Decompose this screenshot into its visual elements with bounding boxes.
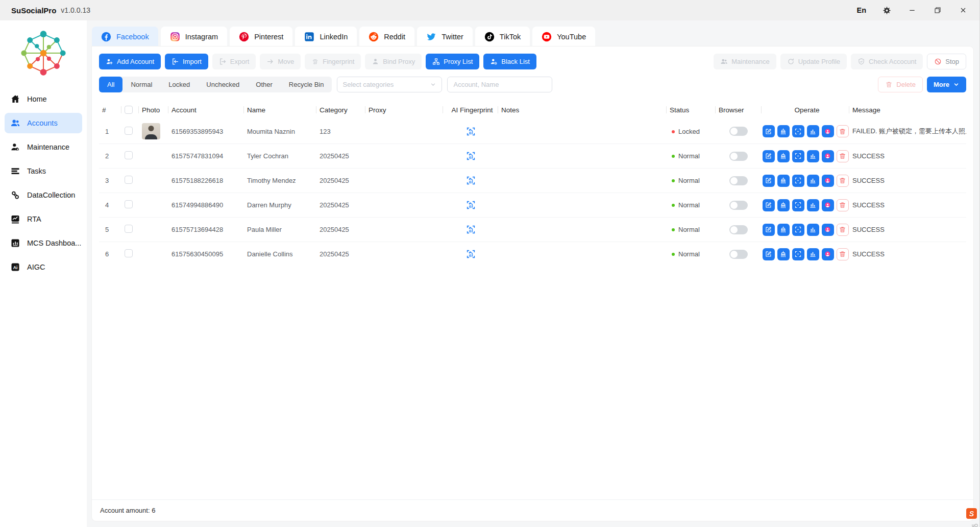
clean-icon[interactable] <box>777 150 790 162</box>
bind-proxy-button[interactable]: Bind Proxy <box>365 54 422 69</box>
face-scan-icon[interactable] <box>792 175 804 187</box>
minimize-button[interactable] <box>907 5 917 15</box>
tab-twitter[interactable]: Twitter <box>417 27 473 46</box>
delete-row-icon[interactable] <box>837 125 849 137</box>
row-checkbox[interactable] <box>125 127 133 135</box>
tab-youtube[interactable]: YouTube <box>532 27 595 46</box>
browser-profile-icon[interactable] <box>822 150 834 162</box>
delete-row-icon[interactable] <box>837 175 849 187</box>
browser-toggle[interactable] <box>729 152 748 161</box>
row-checkbox[interactable] <box>125 225 133 233</box>
sidebar-item-accounts[interactable]: Accounts <box>5 113 82 133</box>
edit-icon[interactable] <box>763 125 775 137</box>
sidebar-item-tasks[interactable]: Tasks <box>5 161 82 181</box>
ai-fingerprint-icon[interactable] <box>463 223 478 237</box>
sidebar-item-rta[interactable]: RTA <box>5 209 82 229</box>
row-checkbox[interactable] <box>125 176 133 184</box>
maximize-restore-button[interactable] <box>933 5 943 15</box>
import-button[interactable]: Import <box>165 54 208 69</box>
clean-icon[interactable] <box>777 125 790 137</box>
delete-row-icon[interactable] <box>837 150 849 162</box>
stop-button[interactable]: Stop <box>927 54 966 69</box>
chart-icon[interactable] <box>807 150 819 162</box>
chart-icon[interactable] <box>807 125 819 137</box>
edit-icon[interactable] <box>763 150 775 162</box>
clean-icon[interactable] <box>777 248 790 260</box>
language-toggle[interactable]: En <box>856 6 866 14</box>
row-checkbox[interactable] <box>125 249 133 257</box>
face-scan-icon[interactable] <box>792 248 804 260</box>
clean-icon[interactable] <box>777 199 790 211</box>
export-button[interactable]: Export <box>212 54 256 69</box>
ai-fingerprint-icon[interactable] <box>463 174 478 188</box>
sidebar-item-home[interactable]: Home <box>5 89 82 109</box>
ai-fingerprint-icon[interactable] <box>463 247 478 261</box>
tab-instagram[interactable]: Instagram <box>161 27 227 46</box>
browser-toggle[interactable] <box>729 250 748 259</box>
browser-profile-icon[interactable] <box>822 224 834 236</box>
edit-icon[interactable] <box>763 199 775 211</box>
browser-toggle[interactable] <box>729 127 748 136</box>
move-button[interactable]: Move <box>260 54 301 69</box>
browser-toggle[interactable] <box>729 201 748 210</box>
edit-icon[interactable] <box>763 175 775 187</box>
delete-row-icon[interactable] <box>837 224 849 236</box>
maintenance-button[interactable]: Maintenance <box>714 54 776 69</box>
ai-fingerprint-icon[interactable] <box>463 198 478 212</box>
sidebar-item-maintenance[interactable]: Maintenance <box>5 137 82 157</box>
fingerprint-button[interactable]: Fingerprint <box>305 54 361 69</box>
delete-button[interactable]: Delete <box>878 77 923 92</box>
chart-icon[interactable] <box>807 175 819 187</box>
chart-icon[interactable] <box>807 199 819 211</box>
tab-linkedin[interactable]: LinkedIn <box>295 27 357 46</box>
browser-profile-icon[interactable] <box>822 248 834 260</box>
segment-locked[interactable]: Locked <box>160 77 198 92</box>
segment-normal[interactable]: Normal <box>122 77 160 92</box>
row-checkbox[interactable] <box>125 151 133 159</box>
status-label: Normal <box>678 153 700 160</box>
browser-toggle[interactable] <box>729 225 748 234</box>
delete-row-icon[interactable] <box>837 248 849 260</box>
ai-fingerprint-icon[interactable] <box>463 124 478 138</box>
check-accocunt-button[interactable]: Check Accocunt <box>851 54 923 69</box>
clean-icon[interactable] <box>777 224 790 236</box>
edit-icon[interactable] <box>763 248 775 260</box>
select-all-checkbox[interactable] <box>125 106 133 114</box>
segment-other[interactable]: Other <box>248 77 281 92</box>
sidebar-item-mcs-dashboa[interactable]: MCS Dashboa... <box>5 233 82 253</box>
face-scan-icon[interactable] <box>792 224 804 236</box>
close-button[interactable] <box>958 5 968 15</box>
clean-icon[interactable] <box>777 175 790 187</box>
ai-fingerprint-icon[interactable] <box>463 149 478 163</box>
tab-pinterest[interactable]: Pinterest <box>230 27 292 46</box>
edit-icon[interactable] <box>763 224 775 236</box>
chart-icon[interactable] <box>807 248 819 260</box>
browser-profile-icon[interactable] <box>822 125 834 137</box>
segment-unchecked[interactable]: Unchecked <box>198 77 248 92</box>
segment-recycle-bin[interactable]: Recycle Bin <box>281 77 332 92</box>
black-list-button[interactable]: Black List <box>483 54 536 69</box>
browser-toggle[interactable] <box>729 176 748 185</box>
sidebar-item-aigc[interactable]: AiAIGC <box>5 257 82 277</box>
tab-reddit[interactable]: Reddit <box>359 27 414 46</box>
row-checkbox[interactable] <box>125 200 133 208</box>
sidebar-item-datacollection[interactable]: DataCollection <box>5 185 82 205</box>
update-profile-button[interactable]: Update Profile <box>780 54 847 69</box>
browser-profile-icon[interactable] <box>822 175 834 187</box>
add-account-button[interactable]: Add Account <box>99 54 161 69</box>
face-scan-icon[interactable] <box>792 150 804 162</box>
browser-profile-icon[interactable] <box>822 199 834 211</box>
face-scan-icon[interactable] <box>792 199 804 211</box>
account-search-input[interactable] <box>447 77 552 92</box>
more-button[interactable]: More <box>927 77 966 92</box>
tab-facebook[interactable]: Facebook <box>92 27 158 46</box>
proxy-list-button[interactable]: Proxy List <box>426 54 479 69</box>
face-scan-icon[interactable] <box>792 125 804 137</box>
delete-row-icon[interactable] <box>837 199 849 211</box>
tab-tiktok[interactable]: TikTok <box>475 27 530 46</box>
settings-gear-icon[interactable] <box>881 5 892 15</box>
category-select[interactable]: Select categories <box>337 77 442 92</box>
floating-brand-badge[interactable]: S <box>966 508 977 519</box>
segment-all[interactable]: All <box>99 77 122 92</box>
chart-icon[interactable] <box>807 224 819 236</box>
